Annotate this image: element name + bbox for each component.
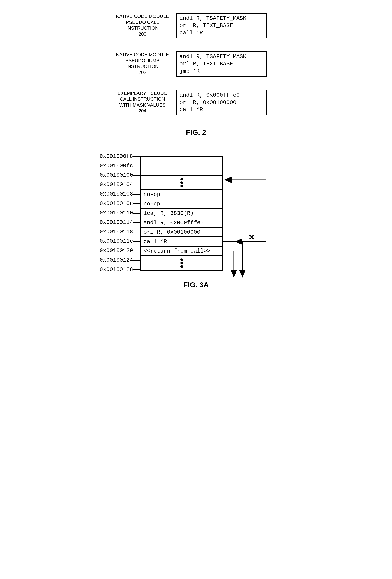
code-box: andl R, 0x000fffe0 orl R, 0x00100000 cal… bbox=[176, 90, 267, 115]
code-line: andl R, TSAFETY_MASK bbox=[180, 53, 247, 60]
label-line: CALL INSTRUCTION bbox=[110, 96, 175, 102]
label-line: NATIVE CODE MODULE bbox=[110, 13, 175, 19]
label-line: INSTRUCTION bbox=[110, 25, 175, 31]
table-row bbox=[141, 157, 222, 166]
block-label: NATIVE CODE MODULE PSEUDO CALL INSTRUCTI… bbox=[110, 13, 176, 37]
table-row bbox=[141, 166, 222, 176]
code-line: call *R bbox=[180, 106, 203, 113]
code-box: andl R, TSAFETY_MASK orl R, TEXT_BASE jm… bbox=[176, 51, 267, 77]
address: 0x00100108 bbox=[100, 189, 133, 199]
address: 0x00100120 bbox=[100, 246, 133, 255]
code-line: call *R bbox=[180, 30, 203, 36]
code-line: jmp *R bbox=[180, 68, 200, 74]
figure-2-caption: FIG. 2 bbox=[110, 128, 282, 137]
label-line: EXEMPLARY PSEUDO bbox=[110, 90, 175, 96]
code-box: andl R, TSAFETY_MASK orl R, TEXT_BASE ca… bbox=[176, 13, 267, 38]
code-line: orl R, TEXT_BASE bbox=[180, 22, 233, 29]
label-line: 200 bbox=[110, 31, 175, 37]
table-row: no-op bbox=[141, 190, 222, 199]
label-line: NATIVE CODE MODULE bbox=[110, 52, 175, 58]
block-label: EXEMPLARY PSEUDO CALL INSTRUCTION WITH M… bbox=[110, 90, 176, 114]
address: 0x00100124 bbox=[100, 255, 133, 265]
pseudo-jump-block: NATIVE CODE MODULE PSEUDO JUMP INSTRUCTI… bbox=[110, 51, 282, 77]
label-line: INSTRUCTION bbox=[110, 64, 175, 70]
table-row: lea, R, 3830(R) bbox=[141, 209, 222, 218]
table-row-dots bbox=[141, 256, 222, 270]
vertical-dots-icon bbox=[181, 177, 183, 188]
table-row: no-op bbox=[141, 199, 222, 209]
address: 0x0010011c bbox=[100, 236, 133, 246]
code-line: orl R, 0x00100000 bbox=[180, 99, 236, 106]
address: 0x00100118 bbox=[100, 227, 133, 236]
address: 0x00100110 bbox=[100, 208, 133, 217]
address: 0x00100114 bbox=[100, 217, 133, 227]
address: 0x001000fc bbox=[100, 161, 133, 170]
exemplary-mask-block: EXEMPLARY PSEUDO CALL INSTRUCTION WITH M… bbox=[110, 90, 282, 115]
figure-2: NATIVE CODE MODULE PSEUDO CALL INSTRUCTI… bbox=[110, 13, 282, 137]
cross-icon: ✕ bbox=[248, 233, 255, 242]
vertical-dots-icon bbox=[181, 258, 183, 268]
label-line: PSEUDO CALL bbox=[110, 19, 175, 25]
address: 0x001000f8 bbox=[100, 151, 133, 161]
call-arrow bbox=[223, 180, 266, 242]
table-row: orl R, 0x00100000 bbox=[141, 228, 222, 237]
label-line: 204 bbox=[110, 108, 175, 114]
table-row: <<return from call>> bbox=[141, 246, 222, 256]
call-down-arrow bbox=[223, 242, 242, 276]
label-line: WITH MASK VALUES bbox=[110, 102, 175, 108]
label-line: PSEUDO JUMP bbox=[110, 58, 175, 64]
address: 0x00100100 bbox=[100, 170, 133, 180]
address: 0x0010010c bbox=[100, 199, 133, 208]
code-line: andl R, 0x000fffe0 bbox=[180, 92, 240, 98]
table-row: call *R bbox=[141, 237, 222, 246]
block-label: NATIVE CODE MODULE PSEUDO JUMP INSTRUCTI… bbox=[110, 51, 176, 75]
table-row: andl R, 0x000fffe0 bbox=[141, 218, 222, 228]
address-column: 0x001000f8 0x001000fc 0x00100100 0x00100… bbox=[100, 151, 133, 274]
figure-3a: 0x001000f8 0x001000fc 0x00100100 0x00100… bbox=[100, 151, 293, 289]
code-line: orl R, TEXT_BASE bbox=[180, 61, 233, 67]
label-line: 202 bbox=[110, 70, 175, 75]
return-arrow bbox=[223, 251, 234, 276]
table-row-dots bbox=[141, 176, 222, 190]
pseudo-call-block: NATIVE CODE MODULE PSEUDO CALL INSTRUCTI… bbox=[110, 13, 282, 38]
arrows-svg: ✕ bbox=[223, 156, 274, 289]
code-line: andl R, TSAFETY_MASK bbox=[180, 15, 247, 21]
memory-table: no-op no-op lea, R, 3830(R) andl R, 0x00… bbox=[140, 156, 223, 271]
address: 0x00100104 bbox=[100, 180, 133, 189]
address: 0x00100128 bbox=[100, 265, 133, 274]
